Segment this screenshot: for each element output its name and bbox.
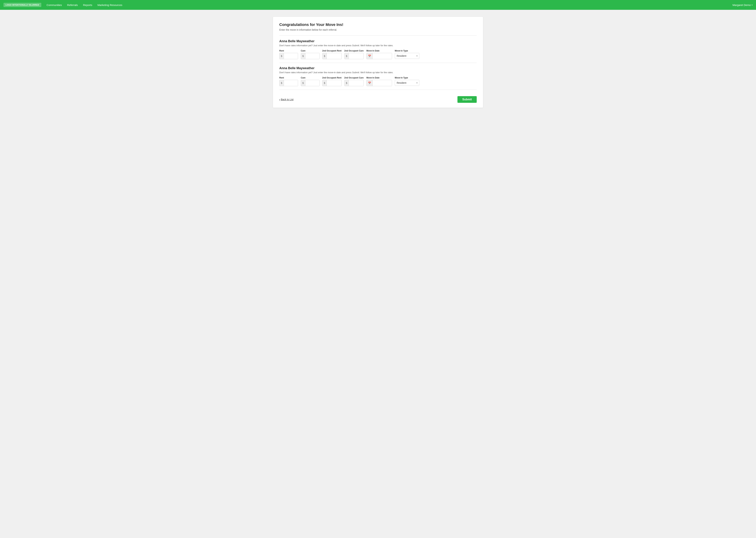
dollar-icon-6: $	[301, 80, 306, 86]
user-menu-caret-icon: ▾	[752, 4, 752, 6]
referral-2-care-input[interactable]	[306, 80, 319, 86]
referral-2-occ-care-input[interactable]	[349, 80, 363, 86]
referral-2-occ-care-label: 2nd Occupant Care	[344, 77, 364, 79]
referral-1-date-group: Move-in Date 📅	[366, 50, 392, 59]
back-to-list-link[interactable]: ‹ Back to List	[279, 98, 294, 101]
main-card: Congratulations for Your Move Ins! Enter…	[273, 17, 483, 108]
referral-2-date-wrapper: 📅	[366, 80, 392, 86]
referral-1-occ-care-label: 2nd Occupant Care	[344, 50, 364, 52]
user-menu[interactable]: Margaret Demo ▾	[732, 4, 752, 7]
referral-1-type-group: Move-in Type Resident Guest Trial ▾	[395, 50, 419, 59]
referral-1-date-input[interactable]	[373, 53, 392, 59]
referral-1-rent-label: Rent	[279, 50, 298, 52]
referral-1-type-select-wrapper: Resident Guest Trial ▾	[395, 53, 419, 59]
nav-links: Communities Referrals Reports Marketing …	[47, 4, 732, 7]
referral-section-2: Anna Belle Mayweather Don't have rates i…	[279, 66, 477, 86]
referral-2-type-select-wrapper: Resident Guest Trial ▾	[395, 80, 419, 86]
calendar-icon-2: 📅	[367, 80, 373, 86]
dollar-icon-4: $	[345, 53, 349, 59]
referral-2-fields: Rent $ Care $ 2nd Occupant Ren	[279, 77, 477, 86]
user-name: Margaret Demo	[732, 4, 751, 7]
referral-2-type-group: Move-in Type Resident Guest Trial ▾	[395, 77, 419, 86]
referral-1-occ-care-input-wrapper: $	[344, 53, 364, 59]
referral-1-care-group: Care $	[301, 50, 319, 59]
referral-1-rent-input[interactable]	[284, 53, 298, 59]
page-subtitle: Enter the move in information below for …	[279, 28, 477, 31]
card-footer: ‹ Back to List Submit	[279, 93, 477, 103]
referral-1-rent-group: Rent $	[279, 50, 298, 59]
page-title: Congratulations for Your Move Ins!	[279, 23, 477, 27]
referral-1-date-label: Move-in Date	[366, 50, 392, 52]
referral-2-occ-care-input-wrapper: $	[344, 80, 364, 86]
dollar-icon-7: $	[322, 80, 327, 86]
referral-2-date-label: Move-in Date	[366, 77, 392, 79]
referral-2-occ-rent-group: 2nd Occupant Rent $	[322, 77, 342, 86]
page-wrapper: Congratulations for Your Move Ins! Enter…	[0, 10, 756, 115]
referral-2-date-input[interactable]	[373, 80, 392, 86]
nav-link-marketing-resources[interactable]: Marketing Resources	[97, 4, 122, 7]
referral-1-fields: Rent $ Care $ 2nd Occupant Ren	[279, 50, 477, 59]
referral-1-hint: Don't have rates information yet? Just e…	[279, 44, 477, 47]
referral-2-name: Anna Belle Mayweather	[279, 66, 477, 70]
chevron-left-icon: ‹	[279, 98, 280, 101]
calendar-icon-1: 📅	[367, 53, 373, 59]
nav-link-communities[interactable]: Communities	[47, 4, 62, 7]
referral-1-care-label: Care	[301, 50, 319, 52]
referral-2-rent-input-wrapper: $	[279, 80, 298, 86]
referral-1-occ-rent-label: 2nd Occupant Rent	[322, 50, 342, 52]
section-divider	[279, 63, 477, 63]
referral-2-date-group: Move-in Date 📅	[366, 77, 392, 86]
referral-2-occ-rent-input-wrapper: $	[322, 80, 342, 86]
referral-2-occ-rent-input[interactable]	[327, 80, 341, 86]
referral-1-type-select[interactable]: Resident Guest Trial	[395, 53, 419, 59]
referral-1-occ-care-group: 2nd Occupant Care $	[344, 50, 364, 59]
referral-2-rent-label: Rent	[279, 77, 298, 79]
referral-2-care-group: Care $	[301, 77, 319, 86]
dollar-icon-1: $	[279, 53, 284, 59]
referral-1-occ-rent-input[interactable]	[327, 53, 341, 59]
referral-2-rent-input[interactable]	[284, 80, 298, 86]
referral-2-care-label: Care	[301, 77, 319, 79]
submit-button[interactable]: Submit	[457, 96, 477, 103]
referral-1-name: Anna Belle Mayweather	[279, 39, 477, 43]
referral-2-care-input-wrapper: $	[301, 80, 319, 86]
referral-2-hint: Don't have rates information yet? Just e…	[279, 71, 477, 74]
referral-2-occ-care-group: 2nd Occupant Care $	[344, 77, 364, 86]
dollar-icon-5: $	[279, 80, 284, 86]
dollar-icon-3: $	[322, 53, 327, 59]
referral-1-type-label: Move-in Type	[395, 50, 419, 52]
nav-link-referrals[interactable]: Referrals	[67, 4, 78, 7]
referral-1-care-input-wrapper: $	[301, 53, 319, 59]
dollar-icon-2: $	[301, 53, 306, 59]
referral-2-rent-group: Rent $	[279, 77, 298, 86]
referral-2-type-select[interactable]: Resident Guest Trial	[395, 80, 419, 86]
referral-1-date-wrapper: 📅	[366, 53, 392, 59]
referral-1-occ-care-input[interactable]	[349, 53, 363, 59]
logo: LOGO INTENTIONALLY BLURRED	[4, 3, 41, 7]
referral-2-type-label: Move-in Type	[395, 77, 419, 79]
referral-1-occ-rent-input-wrapper: $	[322, 53, 342, 59]
dollar-icon-8: $	[345, 80, 349, 86]
referral-2-occ-rent-label: 2nd Occupant Rent	[322, 77, 342, 79]
referral-section-1: Anna Belle Mayweather Don't have rates i…	[279, 39, 477, 59]
referral-1-care-input[interactable]	[306, 53, 319, 59]
back-to-list-label: Back to List	[281, 98, 294, 101]
nav-link-reports[interactable]: Reports	[83, 4, 92, 7]
referral-1-occ-rent-group: 2nd Occupant Rent $	[322, 50, 342, 59]
referral-1-rent-input-wrapper: $	[279, 53, 298, 59]
navbar: LOGO INTENTIONALLY BLURRED Communities R…	[0, 0, 756, 10]
